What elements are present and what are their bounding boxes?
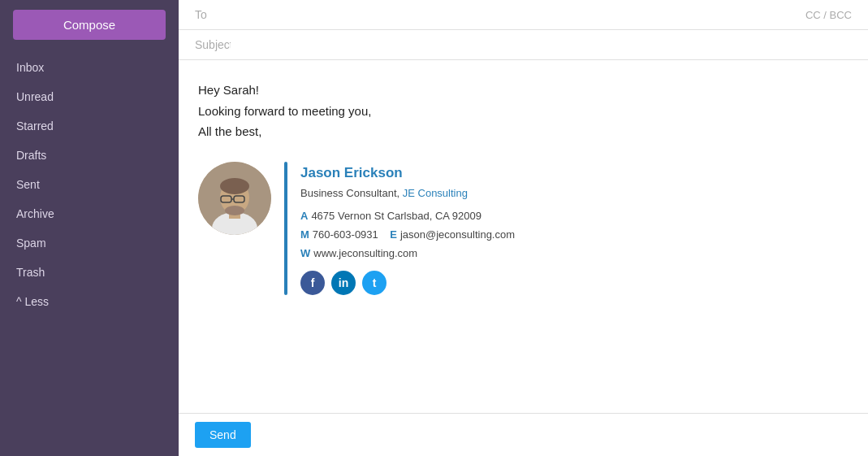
signature-name: Jason Erickson (300, 162, 849, 184)
compose-toolbar: Send (179, 413, 868, 456)
svg-point-8 (225, 206, 244, 215)
signature-info: Jason Erickson Business Consultant, JE C… (300, 162, 849, 295)
sidebar-item-inbox[interactable]: Inbox (0, 53, 179, 82)
linkedin-icon[interactable]: in (331, 271, 356, 295)
sidebar-item-unread[interactable]: Unread (0, 82, 179, 111)
body-line3: All the best, (198, 121, 849, 142)
body-line2: Looking forward to meeting you, (198, 101, 849, 122)
to-label: To (195, 8, 219, 21)
to-input[interactable] (219, 8, 805, 21)
subject-field-row: Subject (179, 30, 868, 60)
facebook-icon[interactable]: f (300, 271, 325, 295)
compose-button[interactable]: Compose (13, 10, 166, 40)
email-body[interactable]: Hey Sarah! Looking forward to meeting yo… (179, 60, 868, 413)
signature-title: Business Consultant, JE Consulting (300, 185, 849, 202)
sidebar-item-drafts[interactable]: Drafts (0, 141, 179, 170)
social-icons: f in t (300, 271, 849, 295)
cc-bcc-button[interactable]: CC / BCC (805, 9, 852, 21)
body-line1: Hey Sarah! (198, 80, 849, 101)
sidebar-item-less[interactable]: ^ Less (0, 287, 179, 316)
sidebar-item-sent[interactable]: Sent (0, 170, 179, 199)
signature-bar (284, 162, 287, 295)
twitter-icon[interactable]: t (362, 271, 386, 295)
sidebar: Compose Inbox Unread Starred Drafts Sent… (0, 0, 179, 456)
sidebar-item-spam[interactable]: Spam (0, 228, 179, 258)
subject-input[interactable] (231, 38, 852, 51)
signature-address: A4675 Vernon St Carlsbad, CA 92009 (300, 208, 849, 225)
email-signature: Jason Erickson Business Consultant, JE C… (198, 162, 849, 295)
sidebar-item-starred[interactable]: Starred (0, 111, 179, 141)
sidebar-item-trash[interactable]: Trash (0, 258, 179, 287)
signature-web: Wwww.jeconsulting.com (300, 245, 849, 263)
compose-panel: To CC / BCC Subject Hey Sarah! Looking f… (179, 0, 868, 456)
to-field-row: To CC / BCC (179, 0, 868, 30)
subject-label: Subject (195, 38, 231, 51)
svg-point-4 (220, 178, 249, 194)
send-button[interactable]: Send (195, 422, 251, 448)
signature-avatar (198, 162, 271, 235)
signature-mobile-email: M760-603-0931 Ejason@jeconsulting.com (300, 227, 849, 244)
email-body-text: Hey Sarah! Looking forward to meeting yo… (198, 80, 849, 142)
sidebar-item-archive[interactable]: Archive (0, 199, 179, 228)
